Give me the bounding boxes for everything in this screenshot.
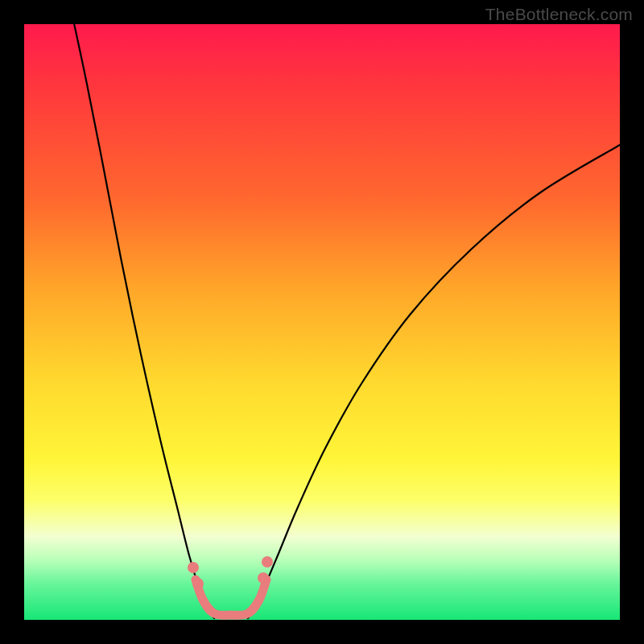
chart-overlay	[24, 24, 620, 620]
series-trough-pink	[196, 580, 266, 615]
dot-right-upper	[262, 556, 273, 568]
series-left-curve	[72, 24, 214, 618]
chart-frame	[24, 24, 620, 620]
dot-left-upper	[188, 562, 199, 573]
series-right-curve	[248, 145, 620, 618]
watermark-text: TheBottleneck.com	[485, 5, 633, 24]
dot-left-lower	[192, 578, 204, 589]
dot-right-lower	[258, 572, 269, 584]
